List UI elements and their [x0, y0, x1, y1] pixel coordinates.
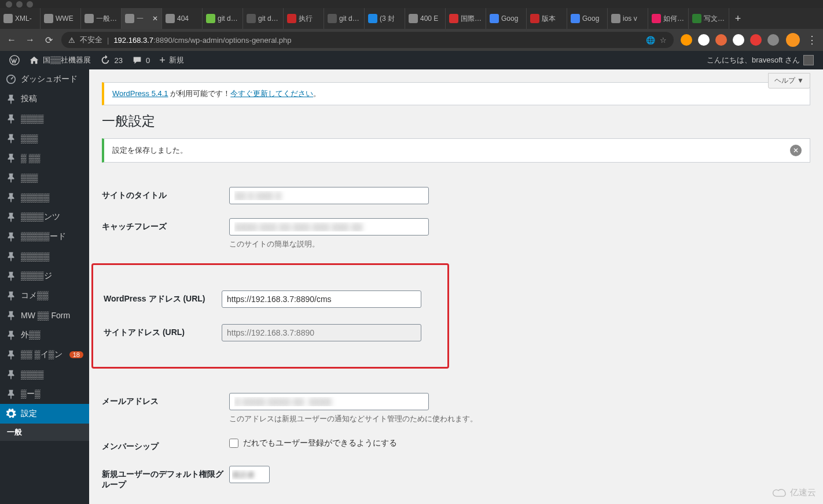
bookmark-icon[interactable]: ☆ [660, 36, 667, 45]
browser-tab[interactable]: 写文… [689, 8, 729, 29]
tab-close-icon[interactable]: ✕ [152, 14, 158, 23]
sidebar-menu-item[interactable]: ▒▒▒ [0, 168, 89, 187]
desc-email: このアドレスは新規ユーザーの通知などサイト管理のために使われます。 [229, 414, 810, 424]
tab-label: 404 [177, 14, 189, 23]
wordpress-icon [9, 55, 20, 65]
browser-tab[interactable]: 国際… [446, 8, 486, 29]
sidebar-menu-item[interactable]: ▒▒ ▒イ▒ン18 [0, 345, 89, 365]
browser-menu-button[interactable]: ⋮ [807, 34, 817, 46]
site-home[interactable]: 国▒▒社機器展 [24, 51, 95, 69]
extension-icon[interactable] [715, 34, 727, 46]
sidebar-menu-item[interactable]: ▒▒▒▒ジ [0, 266, 89, 286]
sidebar-menu-item[interactable]: コメ▒▒ [0, 286, 89, 306]
input-site-url[interactable] [222, 324, 421, 341]
browser-tab[interactable]: git d… [203, 8, 243, 29]
extension-icon[interactable] [767, 34, 779, 46]
forward-button[interactable]: → [24, 34, 36, 46]
comments-link[interactable]: 0 [127, 51, 155, 69]
tab-label: 版本 [542, 14, 556, 24]
menu-label: ▒▒▒▒ [21, 114, 44, 123]
reload-button[interactable]: ⟳ [43, 34, 54, 46]
traffic-light-minimize[interactable] [16, 1, 23, 8]
sidebar-menu-item[interactable]: ▒▒▒▒▒ [0, 187, 89, 207]
browser-tab[interactable]: Goog [486, 8, 527, 29]
menu-label: 外▒▒ [21, 330, 41, 340]
dismiss-notice[interactable]: ✕ [790, 145, 802, 156]
tab-favicon [44, 14, 53, 23]
sidebar-menu-item[interactable]: ▒▒▒▒ [0, 109, 89, 128]
traffic-light-zoom[interactable] [27, 1, 33, 8]
new-content[interactable]: +新規 [155, 51, 189, 69]
sidebar-menu-item[interactable]: 外▒▒ [0, 325, 89, 345]
pin-icon [6, 113, 16, 124]
tab-label: 写文… [704, 14, 725, 24]
address-bar[interactable]: ⚠ 不安全 | 192.168.3.7:8890/cms/wp-admin/op… [61, 32, 674, 48]
extension-icon[interactable] [733, 34, 744, 46]
sidebar-menu-item[interactable]: ▒▒▒▒ンツ [0, 207, 89, 227]
browser-tab[interactable]: 执行 [284, 8, 324, 29]
tab-favicon [692, 14, 701, 23]
input-email[interactable] [229, 393, 429, 410]
sidebar-menu-item[interactable]: ▒▒▒▒▒ [0, 247, 89, 266]
browser-tab[interactable]: 版本 [527, 8, 567, 29]
membership-checkbox-label[interactable]: だれでもユーザー登録ができるようにする [229, 438, 810, 448]
tab-favicon [368, 14, 377, 23]
sidebar-menu-item[interactable]: ▒ ▒▒ [0, 148, 89, 168]
input-site-title[interactable] [229, 187, 429, 204]
browser-tab[interactable]: WWE [41, 8, 81, 29]
pin-icon [6, 133, 16, 144]
menu-label: ▒▒▒ [21, 134, 38, 143]
pin-icon [6, 172, 16, 183]
extension-icon[interactable] [681, 34, 692, 46]
input-tagline[interactable] [229, 218, 429, 236]
membership-checkbox[interactable] [229, 439, 238, 448]
browser-tab[interactable]: 如何… [648, 8, 689, 29]
tab-favicon [3, 14, 13, 23]
help-tab[interactable]: ヘルプ ▼ [768, 73, 810, 89]
menu-settings[interactable]: 設定 [0, 404, 89, 424]
tab-favicon [206, 14, 215, 23]
select-default-role[interactable]: 購読者 [229, 466, 270, 483]
translate-icon[interactable]: 🌐 [646, 36, 655, 45]
new-tab-button[interactable]: + [729, 8, 747, 29]
browser-tab[interactable]: 400 E [405, 8, 446, 29]
dashboard-icon [6, 74, 16, 84]
updates-link[interactable]: 23 [95, 51, 127, 69]
tab-favicon [287, 14, 296, 23]
profile-avatar[interactable] [786, 33, 800, 47]
sidebar-menu-item[interactable]: ダッシュボード [0, 69, 89, 89]
input-wp-url[interactable] [222, 290, 421, 308]
browser-tab[interactable]: 404 [162, 8, 203, 29]
browser-tab[interactable]: 一般… [81, 8, 122, 29]
pin-icon [6, 330, 16, 340]
tab-label: 400 E [420, 14, 438, 23]
sidebar-menu-item[interactable]: MW ▒▒ Form [0, 306, 89, 325]
watermark: 亿速云 [771, 487, 816, 498]
browser-tab[interactable]: 一✕ [122, 8, 162, 29]
wp-logo[interactable] [5, 51, 24, 69]
howdy-user[interactable]: こんにちは、bravesoft さん [702, 55, 818, 65]
label-email: メールアドレス [102, 393, 229, 424]
traffic-light-close[interactable] [6, 1, 12, 8]
browser-tab[interactable]: XML- [0, 8, 41, 29]
menu-label: ▒▒▒▒ [21, 370, 44, 379]
browser-tab[interactable]: ios v [608, 8, 648, 29]
update-now-link[interactable]: 今すぐ更新してください [230, 89, 313, 98]
submenu-general[interactable]: 一般 [0, 424, 89, 441]
browser-tab[interactable]: (3 封 [365, 8, 405, 29]
sidebar-menu-item[interactable]: ▒ー▒ [0, 384, 89, 404]
wp-version-link[interactable]: WordPress 5.4.1 [112, 89, 168, 98]
pin-icon [6, 369, 16, 380]
sidebar-menu-item[interactable]: ▒▒▒ [0, 128, 89, 148]
sidebar-menu-item[interactable]: ▒▒▒▒▒ード [0, 227, 89, 247]
extension-icon[interactable] [698, 34, 710, 46]
back-button[interactable]: ← [6, 34, 17, 46]
browser-tab[interactable]: git d… [324, 8, 365, 29]
sidebar-menu-item[interactable]: 投稿 [0, 89, 89, 109]
tab-label: git d… [258, 14, 278, 23]
browser-tab[interactable]: Goog [567, 8, 608, 29]
sidebar-menu-item[interactable]: ▒▒▒▒ [0, 365, 89, 384]
browser-tab[interactable]: git d… [243, 8, 284, 29]
extension-icon[interactable] [750, 34, 762, 46]
tab-label: Goog [582, 14, 599, 23]
